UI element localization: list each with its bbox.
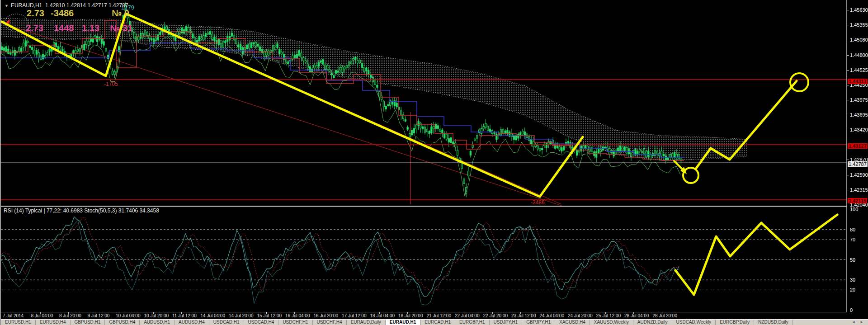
current-price-label: 1.42787 [848,161,868,167]
indicator-label: RSI (14) Typical | 77,22: 40.6983 Stoch(… [4,207,159,214]
rsi-axis-label: 30 [850,277,855,283]
time-tick-label: 14 Jul 04:00 [201,313,226,318]
price-tick-mark [847,10,849,10]
tab-nzdusd-daily[interactable]: NZDUSD,Daily [754,320,793,325]
price-tick-mark [847,85,849,85]
rsi-axis-label: 100 [850,207,858,212]
tab-eurgbp-h1[interactable]: EURGBP,H1 [455,320,490,325]
time-axis[interactable]: 7 Jul 20148 Jul 04:008 Jul 20:009 Jul 12… [1,312,868,319]
price-tick-label: 1.42315 [850,187,868,193]
price-level-red-label: 1.42115 [848,198,867,203]
price-tick-mark [847,40,849,40]
price-tick-label: 1.42590 [850,172,868,178]
price-tick-label: 1.43420 [850,127,868,132]
time-tick-label: 8 Jul 04:00 [31,313,53,318]
tab-xagusd-h4[interactable]: XAGUSD,H4 [555,320,590,325]
price-tick-mark [847,70,849,71]
chart-header: ▼EURAUD,H1 1.42810 1.42814 1.42717 1.427… [5,2,128,9]
rsi-axis-label: 20 [850,287,855,292]
price-level-red-label: 1.44317 [848,79,868,84]
price-tick-mark [847,160,849,160]
tab-audusd-h1[interactable]: AUDUSD,H1 [140,320,175,325]
price-tick-mark [847,100,849,100]
annotation-pink-value-3: 1.13 [82,23,99,33]
tab-xauusd-weekly[interactable]: XAUUSD,Weekly [590,320,633,325]
tab-euraud-daily[interactable]: EURAUD,Daily [347,320,386,325]
time-tick-label: 25 Jul 12:00 [596,313,621,318]
time-tick-label: 8 Jul 20:00 [59,313,81,318]
tab-scroll-arrows-icon[interactable]: ◄ ► [848,320,868,325]
time-tick-label: 10 Jul 04:00 [116,313,141,318]
tab-audnzd-daily[interactable]: AUDNZD,Daily [633,320,672,325]
tab-gbpjpy-h1[interactable]: GBPJPY,H1 [522,320,555,325]
time-tick-label: 22 Jul 20:00 [483,313,508,318]
price-tick-label: 1.45630 [850,7,868,13]
annotation-pink-value-2: 1448 [54,23,74,33]
price-chart-canvas[interactable] [1,0,847,319]
time-tick-label: 23 Jul 12:00 [511,313,536,318]
time-tick-label: 17 Jul 12:00 [342,313,367,318]
chart-symbol-timeframe: EURAUD,H1 [11,2,42,9]
annotation-pink-num: № 31 [110,23,132,33]
annotation-yellow-value-1: 2.73 [27,8,44,19]
annotation-yellow-value-2: -3486 [51,8,74,19]
tab-usdcad-h1[interactable]: USDCAD,H1 [209,320,244,325]
tab-bar-spacer [793,320,848,325]
tab-eurcad-h1[interactable]: EURCAD,H1 [420,320,455,325]
price-tick-label: 1.43695 [850,112,868,118]
price-tick-mark [847,190,849,190]
time-tick-label: 28 Jul 20:00 [653,313,678,318]
rsi-axis-label: 50 [850,257,855,263]
tab-gbpusd-h4[interactable]: GBPUSD,H4 [105,320,140,325]
time-tick-label: 16 Jul 20:00 [314,313,339,318]
tab-gbpusd-h1[interactable]: GBPUSD,H1 [71,320,105,325]
price-tick-label: 1.45355 [850,22,868,28]
time-tick-label: 11 Jul 12:00 [172,313,197,318]
tab-eurusd-h1[interactable]: EURUSD,H1 [1,320,36,325]
price-level-red-label: 1.43127 [848,143,868,149]
time-tick-label: 18 Jul 04:00 [370,313,395,318]
price-tick-label: 1.44800 [850,52,868,58]
time-tick-label: 18 Jul 20:00 [398,313,423,318]
price-tick-mark [847,175,849,175]
time-tick-label: 28 Jul 04:00 [624,313,649,318]
time-tick-label: 15 Jul 12:00 [257,313,282,318]
annotation-swing-low-2: -3486 [531,199,545,206]
time-tick-label: 7 Jul 2014 [3,313,24,318]
tab-usdcad-weekly[interactable]: USDCAD,Weekly [672,320,716,325]
time-tick-label: 21 Jul 12:00 [427,313,452,318]
time-tick-label: 24 Jul 20:00 [568,313,593,318]
tab-usdjpy-h1[interactable]: USDJPY,H1 [490,320,523,325]
tab-usdchf-h4[interactable]: USDCHF,H4 [313,320,347,325]
price-tick-label: 1.43975 [850,97,868,103]
tab-usdcad-h4[interactable]: USDCAD,H4 [244,320,279,325]
time-tick-label: 9 Jul 12:00 [88,313,110,318]
chart-tab-bar: EURUSD,H1EURUSD,H4GBPUSD,H1GBPUSD,H4AUDU… [1,319,868,325]
time-tick-label: 24 Jul 04:00 [540,313,565,318]
price-tick-mark [847,25,849,25]
mt4-chart-window: ▼EURAUD,H1 1.42810 1.42814 1.42717 1.427… [0,0,868,325]
tab-usdchf-h1[interactable]: USDCHF,H1 [278,320,312,325]
annotation-swing-low-1: -1705 [104,81,118,87]
rsi-axis-label: 70 [850,237,855,242]
price-tick-mark [847,115,849,115]
time-tick-label: 22 Jul 04:00 [455,313,480,318]
rsi-axis-label: 80 [850,227,855,232]
chevron-down-icon[interactable]: ▼ [5,4,9,8]
price-tick-mark [847,130,849,130]
tab-eurusd-h4[interactable]: EURUSD,H4 [36,320,71,325]
price-tick-label: 1.45080 [850,37,868,42]
ohlc-values: 1.42810 1.42814 1.42717 1.42787 [45,2,128,9]
time-tick-label: 10 Jul 20:00 [144,313,169,318]
time-tick-label: 16 Jul 04:00 [285,313,310,318]
tab-audusd-h4[interactable]: AUDUSD,H4 [175,320,209,325]
price-tick-mark [847,55,849,56]
tab-euraud-h1[interactable]: EURAUD,H1 [386,320,420,325]
price-axis[interactable]: 1.456301.453551.450801.448001.445251.442… [847,0,868,319]
price-tick-label: 1.44525 [850,67,868,73]
time-tick-label: 14 Jul 20:00 [229,313,254,318]
price-tick-mark [847,205,849,205]
annotation-pink-value-1: 2.73 [26,23,43,33]
tab-eurgbp-daily[interactable]: EURGBP,Daily [716,320,754,325]
